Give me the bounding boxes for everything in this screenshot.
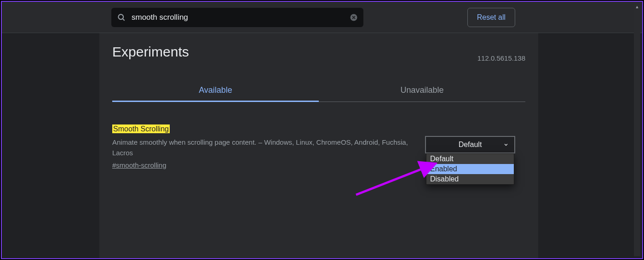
content-panel: Experiments 112.0.5615.138 Available Una… — [99, 33, 538, 258]
reset-all-button[interactable]: Reset all — [467, 8, 515, 27]
vertical-scrollbar[interactable]: ▲ — [634, 4, 640, 256]
dropdown-option-enabled[interactable]: Enabled — [426, 164, 514, 174]
flag-select-dropdown: Default Enabled Disabled — [426, 153, 514, 185]
flag-text-block: Smooth Scrolling Animate smoothly when s… — [112, 125, 416, 170]
clear-icon[interactable] — [350, 13, 358, 22]
dropdown-option-default[interactable]: Default — [426, 154, 514, 164]
flag-anchor-link[interactable]: #smooth-scrolling — [112, 161, 167, 169]
flag-select-value: Default — [459, 141, 482, 149]
header-bar: Reset all — [2, 2, 642, 33]
svg-line-1 — [123, 18, 125, 20]
flag-select[interactable]: Default Default Enabled Disabled — [425, 136, 515, 153]
svg-point-0 — [118, 14, 123, 19]
flag-select-button[interactable]: Default — [425, 136, 515, 153]
flag-title: Smooth Scrolling — [112, 124, 170, 133]
search-box[interactable] — [111, 8, 363, 27]
app-frame: Reset all Experiments 112.0.5615.138 Ava… — [1, 1, 643, 259]
tab-available[interactable]: Available — [112, 79, 319, 102]
dropdown-option-disabled[interactable]: Disabled — [426, 174, 514, 184]
page-title: Experiments — [112, 33, 525, 60]
scroll-up-icon[interactable]: ▲ — [634, 4, 640, 10]
chevron-down-icon — [503, 142, 509, 147]
search-input[interactable] — [132, 13, 344, 22]
tab-unavailable[interactable]: Unavailable — [319, 79, 525, 102]
flag-row: Smooth Scrolling Animate smoothly when s… — [112, 125, 525, 170]
search-icon — [117, 13, 126, 22]
tabs: Available Unavailable — [112, 79, 525, 102]
version-label: 112.0.5615.138 — [477, 54, 525, 62]
flag-description: Animate smoothly when scrolling page con… — [112, 137, 416, 158]
